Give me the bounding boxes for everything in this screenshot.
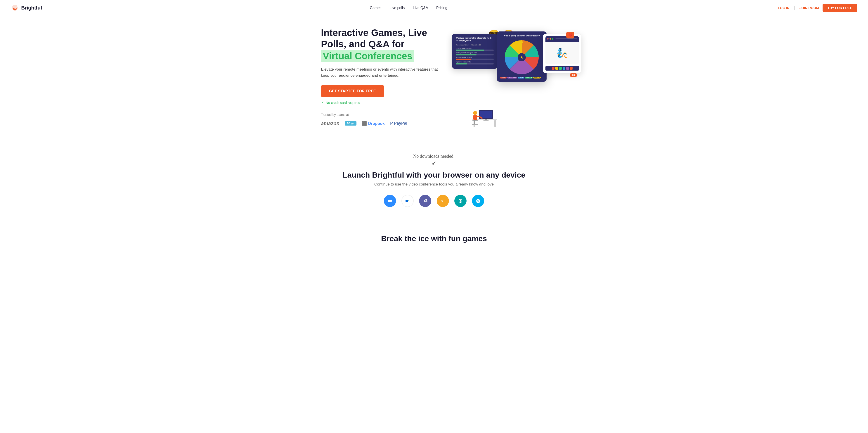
trusted-label: Trusted by teams at (321, 113, 349, 116)
draw-body: 🧞 (546, 41, 579, 64)
arrow-down-icon: ↙ (11, 160, 857, 166)
nav-divider: | (794, 6, 795, 10)
poll-card: What are the benefits of remote work for… (452, 34, 497, 68)
hero-left: Interactive Games, Live Polls, and Q&A f… (321, 27, 438, 126)
svg-text:S: S (477, 200, 478, 202)
browser-title: Launch Brightful with your browser on an… (11, 171, 857, 179)
svg-point-10 (473, 111, 477, 115)
no-credit-card: ✓ No credit card required (321, 100, 438, 105)
poll-bar-2: Saving on daily transport costs (456, 52, 494, 55)
paypal-logo: P PayPal (390, 121, 407, 126)
navbar: Brightful Games Live polls Live Q&A Pric… (0, 0, 868, 16)
break-section: Break the ice with fun games (0, 221, 868, 252)
try-free-button[interactable]: TRY FOR FREE (823, 4, 857, 12)
poll-bar-1: Flexible work schedule (456, 48, 494, 51)
browser-section: No downloads needed! ↙ Launch Brightful … (0, 136, 868, 221)
google-meet-icon (401, 195, 414, 207)
draw-toolbar (546, 66, 579, 70)
poll-bar-4: Improved productivity (456, 61, 494, 64)
poll-bar-3: Better work-life balance (456, 57, 494, 60)
trusted-logos: amazon Pfizer ⬛ Dropbox P PayPal (321, 121, 407, 126)
zoom-icon (384, 195, 396, 207)
join-room-button[interactable]: JOIN ROOM (797, 4, 822, 11)
wheel: ★ (504, 39, 540, 75)
nav-live-polls[interactable]: Live polls (390, 6, 405, 10)
nav-links: Games Live polls Live Q&A Pricing (370, 6, 447, 10)
break-title: Break the ice with fun games (11, 234, 857, 243)
heart-badge: ❤️ (566, 32, 575, 38)
check-icon: ✓ (321, 100, 324, 105)
browser-subtitle: Continue to use the video conference too… (11, 182, 857, 186)
handwriting-text: No downloads needed! (11, 154, 857, 159)
get-started-button[interactable]: GET STARTED FOR FREE (321, 85, 384, 97)
poll-card-title: What are the benefits of remote work for… (456, 37, 494, 42)
dropbox-logo: ⬛ Dropbox (362, 121, 385, 126)
svg-rect-12 (472, 120, 478, 121)
teams-icon: T (419, 195, 431, 207)
svg-rect-14 (472, 124, 478, 125)
svg-text:✳: ✳ (441, 200, 443, 203)
wheel-title: Who is going to be the winner today? (500, 35, 544, 37)
hero-highlight: Virtual Conferences (321, 50, 414, 62)
draw-card: ❤️ 🧞 20 (543, 34, 581, 73)
svg-text:★: ★ (520, 55, 524, 59)
trusted-section: Trusted by teams at amazon Pfizer ⬛ Drop… (321, 113, 438, 126)
nav-games[interactable]: Games (370, 6, 381, 10)
poll-card-meta: Responses: 52/100 | Total order: 32 (456, 44, 494, 46)
nav-actions: LOG IN | JOIN ROOM TRY FOR FREE (775, 4, 857, 12)
nav-live-qa[interactable]: Live Q&A (413, 6, 428, 10)
svg-rect-7 (480, 111, 492, 118)
hero-illustration: 😎 🤩 ★ ★ ★ What are the benefits of remot… (452, 29, 581, 124)
svg-rect-5 (494, 120, 496, 127)
drawing-emoji: 🧞 (557, 48, 568, 58)
svg-point-18 (426, 199, 427, 201)
logo-text: Brightful (21, 5, 42, 11)
wheel-card: Who is going to be the winner today? (497, 31, 547, 82)
goto-icon (454, 195, 467, 207)
svg-rect-9 (483, 120, 489, 121)
login-button[interactable]: LOG IN (775, 4, 792, 11)
svg-point-21 (460, 200, 461, 202)
nav-pricing[interactable]: Pricing (436, 6, 447, 10)
svg-text:T: T (424, 199, 426, 203)
pfizer-logo: Pfizer (345, 121, 356, 125)
logo-icon (11, 4, 19, 12)
timer-badge: 20 (570, 73, 577, 77)
logo-link[interactable]: Brightful (11, 4, 42, 12)
person-desk-illustration (470, 103, 500, 129)
webex-icon: ✳ (437, 195, 449, 207)
amazon-logo: amazon (321, 121, 340, 126)
skype-icon: S (472, 195, 484, 207)
hero-title: Interactive Games, Live Polls, and Q&A f… (321, 27, 438, 62)
video-tool-icons: T ✳ S (11, 195, 857, 207)
hero-section: Interactive Games, Live Polls, and Q&A f… (276, 16, 592, 136)
hero-subtitle: Elevate your remote meetings or events w… (321, 66, 438, 79)
